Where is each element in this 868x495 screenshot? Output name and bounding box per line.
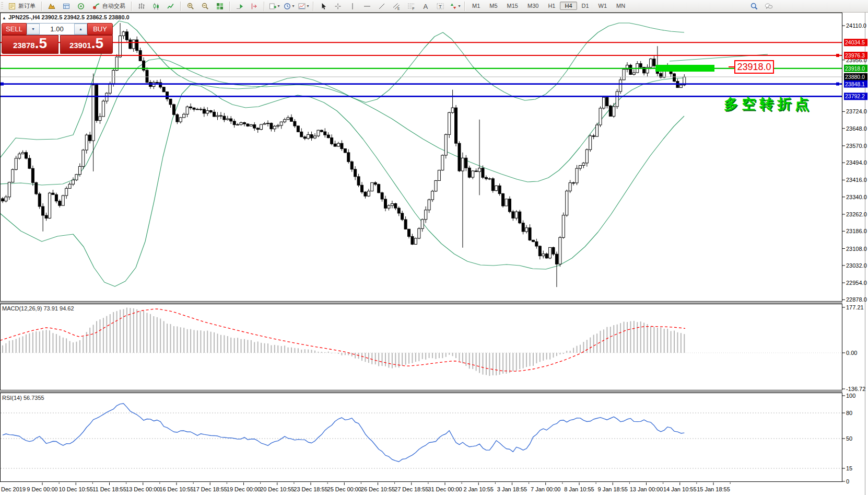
candle [209, 111, 212, 112]
line-chart-button[interactable] [163, 1, 178, 12]
candle [545, 254, 548, 258]
time-axis[interactable]: Dec 20199 Dec 00:0010 Dec 10:5511 Dec 18… [1, 482, 730, 492]
toolbar-grip[interactable] [1, 2, 3, 10]
candle [105, 93, 108, 101]
chart-canvas[interactable]: 24110.023956.023724.023648.023570.023494… [0, 0, 868, 495]
periods-icon [283, 2, 291, 10]
candle [549, 247, 552, 258]
timeframe-button-m15[interactable]: M15 [502, 2, 523, 10]
vline-button[interactable] [345, 1, 360, 12]
sell-price[interactable]: 23878 .5 [2, 35, 58, 54]
zoom-in-button[interactable] [183, 1, 198, 12]
hline-button[interactable] [360, 1, 374, 12]
tile-windows-button[interactable] [213, 1, 227, 12]
candle [623, 70, 625, 80]
turning-point-annotation[interactable]: 多空转折点 [724, 95, 813, 113]
navigator-icon [77, 2, 85, 10]
candle [78, 166, 81, 174]
bar-chart-button[interactable] [134, 1, 149, 12]
templates-button[interactable]: ▾ [296, 1, 311, 12]
market-watch-button[interactable] [44, 1, 59, 12]
svg-text:26 Dec 10:55: 26 Dec 10:55 [361, 486, 395, 492]
sell-button[interactable]: SELL [2, 23, 27, 35]
svg-text:11 Dec 18:55: 11 Dec 18:55 [92, 486, 126, 492]
price-callout-box[interactable]: 23918.0 [734, 60, 774, 74]
candle [512, 212, 514, 218]
trendline-button[interactable] [374, 1, 389, 12]
chevron-down-icon[interactable]: ▾ [292, 4, 294, 8]
svg-text:31 Dec 00:00: 31 Dec 00:00 [428, 486, 462, 492]
candle [582, 163, 585, 166]
label-button[interactable]: T [433, 1, 448, 12]
candlestick-chart-button[interactable] [149, 1, 163, 12]
navigator-button[interactable] [74, 1, 88, 12]
candle [327, 135, 330, 137]
svg-text:9 Jan 18:55: 9 Jan 18:55 [598, 486, 628, 492]
auto-trading-icon [92, 2, 100, 10]
auto-scroll-button[interactable] [232, 1, 247, 12]
zoom-out-button[interactable] [198, 1, 213, 12]
timeframe-button-m30[interactable]: M30 [523, 2, 543, 10]
candle [256, 128, 259, 130]
candle [18, 154, 21, 158]
hline-icon [363, 2, 371, 10]
line-anchor[interactable] [836, 54, 839, 57]
price-axis[interactable]: 24110.023956.023724.023648.023570.023494… [842, 22, 867, 485]
chevron-down-icon[interactable]: ▾ [277, 4, 279, 8]
candle [5, 197, 7, 201]
cursor-button[interactable] [316, 1, 331, 12]
candle [38, 194, 41, 206]
buy-price-pips: .5 [91, 36, 103, 51]
sell-price-main: 23878 [13, 37, 35, 50]
green-highlight-bar[interactable] [655, 65, 714, 72]
svg-text:24034.5: 24034.5 [845, 39, 865, 45]
candle [485, 177, 487, 179]
candle [303, 137, 306, 139]
timeframe-button-h4[interactable]: H4 [560, 2, 577, 10]
volume-stepper: ▼ ▲ [27, 23, 87, 35]
auto-trading-button[interactable]: 自动交易 [88, 1, 129, 12]
collapse-panel-icon[interactable]: ▲ [2, 16, 6, 20]
indicators-button[interactable]: ▾ [267, 1, 281, 12]
timeframe-button-mn[interactable]: MN [612, 2, 630, 10]
search-button[interactable] [747, 1, 761, 12]
candle [331, 138, 333, 144]
line-anchor[interactable] [1, 83, 4, 86]
chevron-down-icon[interactable]: ▾ [307, 4, 309, 8]
buy-price[interactable]: 23901 .5 [60, 35, 113, 54]
svg-text:22878.0: 22878.0 [846, 296, 867, 303]
chart-shift-button[interactable] [247, 1, 262, 12]
text-button[interactable]: A [418, 1, 433, 12]
candle [233, 121, 236, 125]
volume-decrease-button[interactable]: ▼ [27, 24, 40, 34]
arrows-button[interactable]: ▾ [448, 1, 462, 12]
volume-input[interactable] [40, 24, 74, 34]
candle [21, 153, 24, 154]
candle [649, 59, 652, 67]
svg-text:23416.0: 23416.0 [846, 177, 867, 183]
timeframe-button-m1[interactable]: M1 [467, 2, 485, 10]
candle [28, 158, 31, 168]
chevron-down-icon[interactable]: ▾ [458, 4, 460, 8]
tile-windows-icon [216, 2, 224, 10]
fibo-button[interactable]: F [404, 1, 418, 12]
timeframe-button-h1[interactable]: H1 [543, 2, 560, 10]
volume-increase-button[interactable]: ▲ [74, 24, 87, 34]
channel-button[interactable]: E [389, 1, 404, 12]
candle [562, 215, 565, 238]
periods-button[interactable]: ▾ [281, 1, 296, 12]
svg-text:23918.0: 23918.0 [845, 65, 865, 72]
line-anchor[interactable] [836, 83, 839, 86]
rsi-indicator-label: RSI(14) 56.7355 [2, 395, 44, 401]
timeframe-button-w1[interactable]: W1 [594, 2, 612, 10]
candle [394, 204, 397, 209]
data-window-button[interactable] [59, 1, 74, 12]
chat-button[interactable] [761, 1, 776, 12]
crosshair-button[interactable] [331, 1, 345, 12]
timeframe-button-d1[interactable]: D1 [577, 2, 594, 10]
svg-text:Dec 2019: Dec 2019 [1, 486, 26, 492]
buy-button[interactable]: BUY [87, 23, 113, 35]
timeframe-button-m5[interactable]: M5 [485, 2, 502, 10]
new-order-button[interactable]: 新订单 [4, 1, 39, 12]
candle [186, 107, 189, 114]
